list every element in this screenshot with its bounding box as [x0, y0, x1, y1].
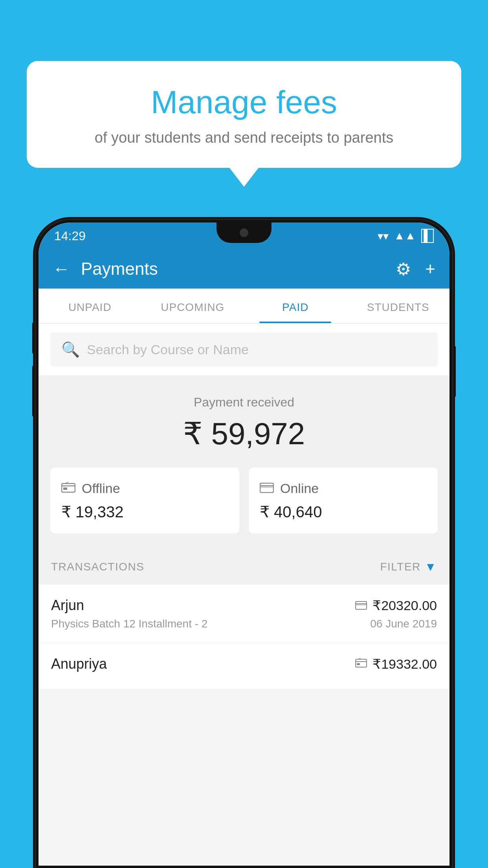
wifi-icon: ▾▾ — [378, 230, 389, 243]
bubble-subtitle: of your students and send receipts to pa… — [46, 129, 442, 146]
transaction-list: Arjun ₹20320.00 Physics Batch 1 — [39, 585, 449, 689]
payment-total: ₹ 59,972 — [50, 416, 438, 452]
tab-students[interactable]: STUDENTS — [347, 289, 450, 323]
transaction-amount-2: ₹19332.00 — [372, 656, 437, 672]
status-bar: 14:29 ▾▾ ▲▲ ▌ — [39, 223, 449, 249]
add-icon[interactable]: + — [425, 259, 435, 279]
page-title: Payments — [81, 259, 385, 279]
signal-icon: ▲▲ — [394, 230, 416, 242]
transaction-amount-wrapper-1: ₹20320.00 — [355, 598, 437, 613]
payment-summary: Payment received ₹ 59,972 Offli — [39, 375, 449, 549]
offline-card-top: Offline — [61, 480, 228, 497]
svg-rect-12 — [357, 663, 360, 665]
search-box[interactable]: 🔍 Search by Course or Name — [50, 332, 438, 367]
payment-cards: Offline ₹ 19,332 Online — [50, 467, 438, 533]
transaction-type-icon-1 — [355, 598, 367, 613]
status-icons: ▾▾ ▲▲ ▌ — [378, 229, 434, 243]
notch — [216, 223, 272, 243]
transaction-top-1: Arjun ₹20320.00 — [51, 597, 437, 614]
filter-button[interactable]: FILTER ▼ — [380, 560, 437, 574]
transaction-amount-1: ₹20320.00 — [372, 598, 437, 613]
online-icon — [260, 480, 274, 497]
battery-icon: ▌ — [421, 229, 434, 243]
back-button[interactable]: ← — [53, 259, 70, 279]
phone-frame: 14:29 ▾▾ ▲▲ ▌ ← Payments ⚙ + UNPAID UPCO… — [36, 220, 452, 868]
svg-rect-4 — [260, 483, 273, 493]
transaction-name-2: Anupriya — [51, 656, 107, 672]
search-container: 🔍 Search by Course or Name — [39, 324, 449, 375]
tab-paid[interactable]: PAID — [244, 289, 347, 323]
filter-label: FILTER — [380, 561, 420, 573]
transaction-date-1: 06 June 2019 — [370, 618, 437, 630]
camera — [240, 228, 248, 237]
header-icons: ⚙ + — [396, 259, 435, 279]
transaction-amount-wrapper-2: ₹19332.00 — [355, 656, 437, 672]
app-header: ← Payments ⚙ + — [39, 249, 449, 289]
payment-label: Payment received — [50, 395, 438, 410]
tab-upcoming[interactable]: UPCOMING — [141, 289, 244, 323]
filter-icon: ▼ — [425, 560, 437, 574]
transaction-type-icon-2 — [355, 657, 367, 671]
speech-bubble: Manage fees of your students and send re… — [27, 61, 461, 168]
transactions-label: TRANSACTIONS — [51, 561, 144, 573]
transaction-top-2: Anupriya ₹19332.00 — [51, 656, 437, 672]
tab-bar: UNPAID UPCOMING PAID STUDENTS — [39, 289, 449, 324]
online-card: Online ₹ 40,640 — [249, 467, 438, 533]
offline-card: Offline ₹ 19,332 — [50, 467, 239, 533]
offline-label: Offline — [82, 481, 120, 496]
search-icon: 🔍 — [61, 341, 80, 358]
tab-unpaid[interactable]: UNPAID — [39, 289, 141, 323]
online-card-top: Online — [260, 480, 427, 497]
settings-icon[interactable]: ⚙ — [396, 259, 411, 279]
svg-rect-2 — [63, 487, 67, 490]
bubble-title: Manage fees — [46, 85, 442, 120]
table-row[interactable]: Anupriya ₹19332.00 — [39, 643, 449, 689]
status-time: 14:29 — [54, 229, 86, 243]
phone-screen: 14:29 ▾▾ ▲▲ ▌ ← Payments ⚙ + UNPAID UPCO… — [39, 223, 449, 866]
transactions-header: TRANSACTIONS FILTER ▼ — [39, 549, 449, 585]
search-input[interactable]: Search by Course or Name — [87, 342, 249, 357]
transaction-course-1: Physics Batch 12 Installment - 2 — [51, 618, 207, 630]
offline-icon — [61, 480, 75, 497]
transaction-name-1: Arjun — [51, 597, 84, 614]
offline-amount: ₹ 19,332 — [61, 503, 228, 521]
table-row[interactable]: Arjun ₹20320.00 Physics Batch 1 — [39, 585, 449, 643]
online-label: Online — [280, 481, 319, 496]
transaction-bottom-1: Physics Batch 12 Installment - 2 06 June… — [51, 618, 437, 630]
online-amount: ₹ 40,640 — [260, 503, 427, 521]
svg-rect-7 — [356, 601, 367, 609]
